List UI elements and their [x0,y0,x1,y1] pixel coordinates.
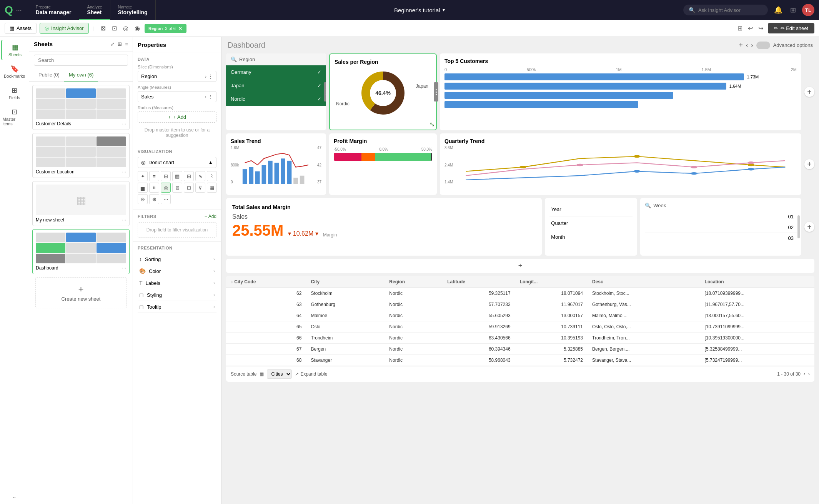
sidebar-item-sheets[interactable]: ▦ Sheets [1,40,28,60]
col-region[interactable]: Region [385,276,443,288]
insight-search-input[interactable] [698,7,760,13]
assets-button[interactable]: ▦ Assets [5,23,37,34]
col-longit[interactable]: Longit... [515,276,588,288]
tab-public[interactable]: Public (0) [34,69,64,82]
nav-tab-narrate[interactable]: Narrate Storytelling [110,0,156,20]
week-02[interactable]: 02 [645,222,797,233]
nav-left-icon[interactable]: ‹ [746,42,748,49]
plus-add-widget[interactable]: + [739,41,743,49]
table-row[interactable]: 64 Malmoe Nordic 55.605293 13.000157 Mal… [226,310,814,321]
expand-icon[interactable]: ⤢ [110,41,115,47]
advanced-toggle[interactable] [756,42,770,49]
edit-sheet-button[interactable]: ✏ ✏ Edit sheet [768,23,814,33]
undo-icon[interactable]: ↩ [746,23,754,33]
viz-icon-more-2[interactable]: ⊛ [138,194,148,204]
viz-icon-bar-grouped[interactable]: ⊟ [161,171,171,181]
insight-advisor-button[interactable]: ◎ Insight Advisor [40,23,89,34]
sheet-more-icon[interactable]: ··· [122,169,126,175]
col-city[interactable]: City [306,276,385,288]
insight-search-bar[interactable]: 🔍 [683,5,768,15]
create-new-sheet-button[interactable]: + Create new sheet [35,277,127,308]
add-radius-button[interactable]: + + Add [138,111,216,123]
sheet-item-dashboard[interactable]: Dashboard ··· [32,229,130,274]
region-item-nordic[interactable]: Nordic ✓ [226,92,326,106]
selection-close-icon[interactable]: ✕ [178,25,183,32]
pres-item-labels[interactable]: T Labels › [138,277,216,289]
date-month[interactable]: Month [549,230,633,244]
add-chart-button-1[interactable]: + [804,87,814,97]
viz-icon-more-1[interactable]: ⊡ [184,183,194,193]
slice-field[interactable]: Region › ⋮ [138,71,216,82]
resize-handle-icon[interactable]: ⤡ [429,121,434,128]
redo-icon[interactable]: ↪ [757,23,765,33]
viz-icon-bar-v[interactable]: ▅ [138,183,148,193]
toolbar-icon-2[interactable]: ⊡ [110,23,118,33]
viz-icon-table[interactable]: ▦ [172,171,182,181]
nav-tab-prepare[interactable]: Prepare Data manager [28,0,80,20]
sheet-item-customer-details[interactable]: Customer Details ··· [32,85,130,130]
sheet-item-customer-location[interactable]: Customer Location ··· [32,133,130,178]
donut-resize-handle[interactable] [434,82,438,101]
expand-field-icon[interactable]: › [205,73,206,79]
add-chart-button-2[interactable]: + [804,159,814,169]
viz-icon-more-3[interactable]: ⊕ [149,194,159,204]
region-item-germany[interactable]: Germany ✓ [226,65,326,79]
viz-selector[interactable]: ◎ Donut chart ▲ [138,157,216,168]
sidebar-item-master[interactable]: ⊡ Master items [1,105,28,129]
pres-item-tooltip[interactable]: ◻ Tooltip › [138,301,216,313]
col-city-code[interactable]: ↕ City Code [226,276,306,288]
week-01[interactable]: 01 [645,211,797,222]
toolbar-icon-3[interactable]: ◎ [122,23,130,33]
nav-tab-analyze[interactable]: Analyze Sheet [79,0,110,20]
viz-icon-pivot[interactable]: ⊞ [184,171,194,181]
viz-icon-line[interactable]: ∿ [195,171,205,181]
add-filter-button[interactable]: + Add [205,214,216,219]
user-avatar[interactable]: TL [802,4,814,16]
pagination-prev[interactable]: ‹ [804,371,805,377]
viz-icon-bar-h[interactable]: ≡ [149,171,159,181]
toolbar-icon-1[interactable]: ⊠ [99,23,107,33]
nav-right-icon[interactable]: › [751,42,753,49]
viz-icon-scatter[interactable]: ⠿ [149,183,159,193]
col-location[interactable]: Location [700,276,814,288]
sales-per-region-card[interactable]: Sales per Region 46.4% Japan Nordic [329,53,437,130]
viz-icon-donut[interactable]: ◎ [161,183,171,193]
viz-icon-magic[interactable]: ✦ [138,171,148,181]
add-row-button[interactable]: + [226,259,814,273]
week-03[interactable]: 03 [645,233,797,243]
region-resize-handle[interactable] [324,82,326,101]
sheet-more-icon[interactable]: ··· [122,265,126,271]
angle-field[interactable]: Sales › ⋮ [138,91,216,102]
add-chart-button-3[interactable]: + [804,222,814,232]
viz-collapse-icon[interactable]: ▲ [208,160,213,165]
region-item-japan[interactable]: Japan ✓ [226,79,326,92]
date-year[interactable]: Year [549,203,633,216]
sidebar-item-bookmarks[interactable]: 🔖 Bookmarks [1,62,28,82]
table-row[interactable]: 65 Oslo Nordic 59.913269 10.739111 Oslo,… [226,321,814,333]
pres-item-sorting[interactable]: ↕ Sorting › [138,253,216,265]
tab-my-own[interactable]: My own (6) [64,69,98,82]
selection-banner[interactable]: Region 3 of 6 ✕ [145,24,186,33]
viz-icon-treemap[interactable]: ▦ [207,183,217,193]
sheet-more-icon[interactable]: ··· [122,217,126,223]
col-latitude[interactable]: Latitude [443,276,515,288]
table-row[interactable]: 66 Trondheim Nordic 63.430566 10.395193 … [226,333,814,344]
notifications-icon[interactable]: 🔔 [772,4,784,16]
table-row[interactable]: 63 Gothenburg Nordic 57.707233 11.967017… [226,299,814,310]
sidebar-collapse-button[interactable]: ← [1,492,28,504]
app-title[interactable]: Beginner's tutorial ▾ [394,7,445,13]
pagination-next[interactable]: › [808,371,810,377]
sheets-search-input[interactable] [34,55,128,66]
col-desc[interactable]: Desc [588,276,700,288]
grid-menu-icon[interactable]: ⊞ [789,4,797,16]
list-icon[interactable]: ≡ [125,41,128,47]
expand-table-button[interactable]: ↗ Expand table [295,371,327,377]
date-quarter[interactable]: Quarter [549,216,633,230]
sidebar-item-fields[interactable]: ⊞ Fields [1,83,28,103]
table-row[interactable]: 62 Stockholm Nordic 59.325117 18.071094 … [226,288,814,299]
table-name-select[interactable]: Cities [267,369,292,379]
pres-item-styling[interactable]: ◻ Styling › [138,289,216,301]
expand-angle-icon[interactable]: › [205,94,206,100]
grid-icon[interactable]: ⊞ [118,41,122,47]
viz-icon-combo[interactable]: ⌇ [207,171,217,181]
